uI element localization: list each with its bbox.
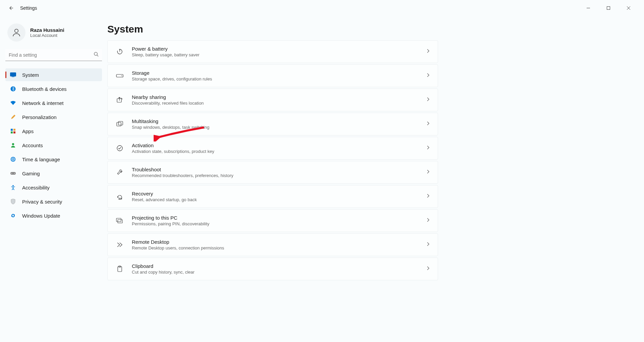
remote-icon [115, 240, 124, 249]
card-subtitle: Sleep, battery usage, battery saver [132, 52, 426, 57]
card-subtitle: Remote Desktop users, connection permiss… [132, 245, 426, 250]
card-title: Power & battery [132, 46, 426, 52]
chevron-right-icon [426, 121, 430, 127]
main-panel: System Power & batterySleep, battery usa… [107, 16, 644, 342]
sidebar-item-label: Privacy & security [22, 199, 62, 205]
sidebar-item-accounts[interactable]: Accounts [5, 139, 102, 152]
sidebar-item-label: Time & language [22, 157, 60, 162]
card-troubleshoot[interactable]: TroubleshootRecommended troubleshooters,… [107, 161, 438, 184]
svg-rect-5 [10, 73, 16, 76]
sidebar-item-privacy[interactable]: Privacy & security [5, 195, 102, 208]
svg-rect-10 [11, 131, 13, 133]
storage-icon [115, 71, 124, 80]
sidebar-item-time-language[interactable]: Time & language [5, 153, 102, 166]
chevron-right-icon [426, 242, 430, 248]
svg-rect-9 [13, 129, 15, 131]
card-title: Activation [132, 142, 426, 148]
clipboard-icon [115, 264, 124, 274]
window-title: Settings [20, 5, 37, 11]
sidebar-item-personalization[interactable]: Personalization [5, 111, 102, 123]
search-input[interactable] [9, 52, 94, 58]
system-icon [10, 72, 16, 78]
minimize-icon [586, 6, 590, 10]
svg-rect-23 [117, 122, 121, 126]
card-subtitle: Cut and copy history, sync, clear [132, 270, 426, 275]
svg-point-15 [11, 173, 12, 174]
svg-point-3 [94, 52, 97, 55]
chevron-right-icon [426, 193, 430, 199]
card-remote-desktop[interactable]: Remote DesktopRemote Desktop users, conn… [107, 233, 438, 256]
wifi-icon [10, 100, 16, 106]
back-button[interactable] [7, 4, 15, 12]
card-title: Clipboard [132, 263, 426, 269]
profile-subtitle: Local Account [30, 33, 64, 38]
gamepad-icon [10, 170, 16, 176]
card-projecting[interactable]: Projecting to this PCPermissions, pairin… [107, 209, 438, 232]
card-subtitle: Snap windows, desktops, task switching [132, 125, 426, 130]
card-recovery[interactable]: RecoveryReset, advanced startup, go back [107, 185, 438, 208]
card-nearby-sharing[interactable]: Nearby sharingDiscoverability, received … [107, 89, 438, 111]
card-subtitle: Recommended troubleshooters, preferences… [132, 173, 426, 178]
sidebar-item-label: Accounts [22, 142, 43, 148]
chevron-right-icon [426, 169, 430, 175]
back-arrow-icon [8, 5, 13, 11]
sidebar-item-gaming[interactable]: Gaming [5, 167, 102, 180]
card-title: Storage [132, 70, 426, 76]
svg-rect-24 [118, 121, 123, 125]
titlebar: Settings [0, 0, 644, 16]
sidebar-item-apps[interactable]: Apps [5, 125, 102, 137]
accessibility-icon [10, 184, 16, 190]
svg-rect-6 [12, 77, 14, 77]
svg-line-4 [97, 55, 98, 56]
update-icon [10, 213, 16, 219]
card-title: Nearby sharing [132, 94, 426, 100]
person-outline-icon [11, 27, 21, 38]
search-box[interactable] [5, 49, 102, 61]
svg-point-21 [121, 75, 122, 76]
svg-rect-28 [118, 220, 122, 223]
sidebar-item-label: Windows Update [22, 213, 60, 219]
card-storage[interactable]: StorageStorage space, drives, configurat… [107, 64, 438, 87]
maximize-icon [606, 6, 610, 10]
brush-icon [10, 114, 16, 120]
svg-rect-8 [11, 129, 13, 131]
card-title: Recovery [132, 191, 426, 196]
chevron-right-icon [426, 145, 430, 151]
recovery-icon [115, 192, 124, 201]
sidebar-item-bluetooth[interactable]: Bluetooth & devices [5, 82, 102, 95]
card-subtitle: Permissions, pairing PIN, discoverabilit… [132, 221, 426, 226]
sidebar-item-label: Apps [22, 128, 34, 134]
card-subtitle: Reset, advanced startup, go back [132, 197, 426, 202]
svg-rect-14 [10, 172, 16, 175]
profile-block[interactable]: Raza Hussaini Local Account [5, 20, 102, 49]
card-multitasking[interactable]: MultitaskingSnap windows, desktops, task… [107, 113, 438, 135]
person-icon [10, 142, 16, 148]
chevron-right-icon [426, 266, 430, 272]
card-subtitle: Discoverability, received files location [132, 101, 426, 106]
svg-rect-27 [116, 218, 121, 222]
sidebar-item-update[interactable]: Windows Update [5, 209, 102, 222]
sidebar-item-label: System [22, 72, 39, 78]
sidebar-item-label: Personalization [22, 114, 57, 120]
sidebar-item-system[interactable]: System [5, 68, 102, 81]
card-power-battery[interactable]: Power & batterySleep, battery usage, bat… [107, 40, 438, 63]
check-circle-icon [115, 144, 124, 153]
profile-name: Raza Hussaini [30, 27, 64, 33]
sidebar: Raza Hussaini Local Account System Bluet… [0, 16, 107, 342]
close-button[interactable] [623, 3, 635, 13]
card-activation[interactable]: ActivationActivation state, subscription… [107, 137, 438, 160]
nav-list: System Bluetooth & devices Network & int… [5, 68, 102, 222]
chevron-right-icon [426, 218, 430, 224]
close-icon [627, 6, 631, 10]
sidebar-item-network[interactable]: Network & internet [5, 97, 102, 109]
bluetooth-icon [10, 86, 16, 92]
wrench-icon [115, 168, 124, 177]
maximize-button[interactable] [602, 3, 614, 13]
share-icon [115, 95, 124, 105]
sidebar-item-accessibility[interactable]: Accessibility [5, 181, 102, 194]
card-title: Troubleshoot [132, 167, 426, 172]
card-clipboard[interactable]: ClipboardCut and copy history, sync, cle… [107, 258, 438, 280]
sidebar-item-label: Bluetooth & devices [22, 86, 67, 92]
minimize-button[interactable] [582, 3, 594, 13]
multitask-icon [115, 119, 124, 129]
